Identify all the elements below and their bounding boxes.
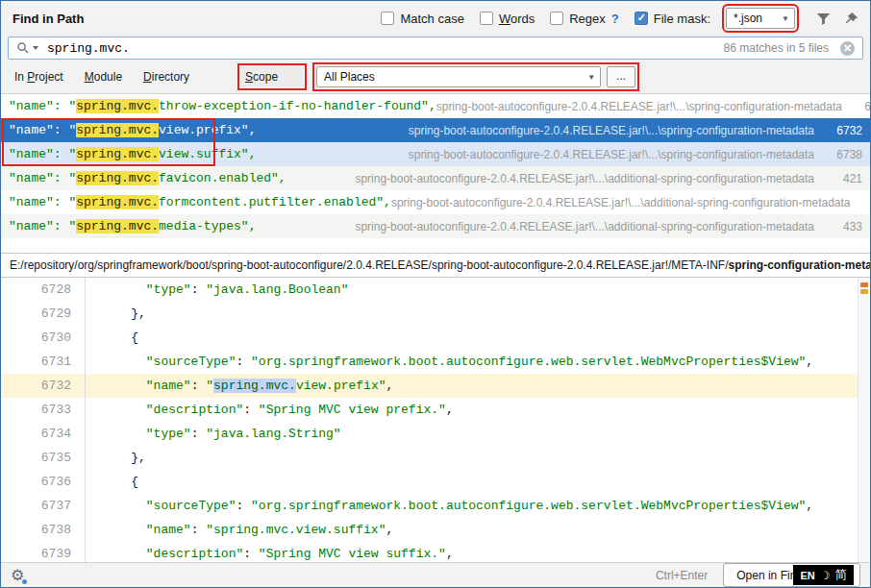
search-history-button[interactable] — [16, 41, 38, 55]
match-highlight: spring.mvc. — [76, 123, 159, 137]
editor-preview[interactable]: 6728 "type": "java.lang.Boolean"6729 },6… — [1, 278, 870, 562]
ime-mode-label: EN — [800, 570, 814, 581]
line-number: 6730 — [1, 326, 86, 350]
code-text[interactable]: "name": "spring.mvc.view.prefix", — [86, 374, 393, 398]
result-row[interactable]: "name": "spring.mvc.view.prefix",spring-… — [1, 118, 870, 142]
file-mask-label: File mask: — [654, 12, 710, 26]
scope-tab[interactable]: Scope — [241, 67, 303, 86]
code-text[interactable]: "type": "java.lang.String" — [86, 422, 341, 446]
words-label: Words — [499, 12, 535, 26]
ime-indicator[interactable]: EN ☽ 简 — [793, 565, 854, 585]
code-text[interactable]: "name": "spring.mvc.view.suffix", — [86, 518, 393, 542]
line-number: 6739 — [1, 542, 86, 562]
error-stripe-mark[interactable] — [860, 289, 868, 294]
result-file-path: spring-boot-autoconfigure-2.0.4.RELEASE.… — [409, 148, 814, 161]
code-text[interactable]: "description": "Spring MVC view suffix."… — [86, 542, 454, 562]
file-mask-checkbox[interactable]: File mask: — [635, 12, 710, 26]
result-row[interactable]: "name": "spring.mvc.throw-exception-if-n… — [1, 94, 870, 118]
result-text: "name": "spring.mvc.formcontent.putfilte… — [9, 195, 391, 209]
error-stripe-mark[interactable] — [860, 282, 868, 287]
search-icon — [16, 41, 30, 55]
editor-line: 6736 { — [1, 470, 870, 494]
filter-icon[interactable] — [816, 12, 831, 26]
editor-line: 6729 }, — [1, 302, 870, 326]
file-mask-combo[interactable]: *.json ▼ — [726, 8, 795, 29]
editor-lines: 6728 "type": "java.lang.Boolean"6729 },6… — [1, 278, 870, 562]
line-number: 6736 — [1, 470, 86, 494]
result-text: "name": "spring.mvc.throw-exception-if-n… — [9, 99, 436, 113]
search-options: Match case Words Regex ? File mask: *.js… — [381, 8, 859, 29]
scope-module[interactable]: Module — [85, 70, 122, 84]
results-list: "name": "spring.mvc.throw-exception-if-n… — [1, 93, 870, 254]
preview-file-path: E:/repository/org/springframework/boot/s… — [1, 253, 870, 278]
result-row[interactable]: "name": "spring.mvc.media-types",spring-… — [1, 214, 870, 238]
search-input[interactable]: spring.mvc. 86 matches in 5 files ✕ — [8, 37, 863, 60]
file-mask-box[interactable] — [635, 12, 648, 25]
result-line-number: 427 — [857, 196, 871, 209]
code-text[interactable]: }, — [86, 302, 146, 326]
code-text[interactable]: { — [86, 326, 138, 350]
regex-help-icon[interactable]: ? — [611, 12, 619, 26]
result-text: "name": "spring.mvc.view.suffix", — [9, 147, 256, 161]
result-row[interactable]: "name": "spring.mvc.favicon.enabled",spr… — [1, 166, 870, 190]
result-text: "name": "spring.mvc.view.prefix", — [9, 123, 256, 137]
chevron-down-icon: ▼ — [587, 73, 595, 82]
match-count: 86 matches in 5 files — [724, 41, 829, 55]
chevron-down-icon — [33, 46, 38, 50]
result-row[interactable]: "name": "spring.mvc.view.suffix",spring-… — [1, 142, 870, 166]
editor-line: 6732 "name": "spring.mvc.view.prefix", — [1, 374, 870, 398]
code-text[interactable]: "type": "java.lang.Boolean" — [86, 278, 348, 302]
words-checkbox[interactable]: Words — [480, 12, 535, 26]
result-file-path: spring-boot-autoconfigure-2.0.4.RELEASE.… — [355, 220, 814, 233]
scope-more-button[interactable]: ... — [607, 66, 635, 87]
editor-line: 6737 "sourceType": "org.springframework.… — [1, 494, 870, 518]
scope-select[interactable]: All Places ▼ — [316, 66, 601, 87]
line-number: 6734 — [1, 422, 86, 446]
code-text[interactable]: "description": "Spring MVC view prefix."… — [86, 398, 454, 422]
line-number: 6728 — [1, 278, 86, 302]
result-file-path: spring-boot-autoconfigure-2.0.4.RELEASE.… — [409, 124, 814, 137]
pin-icon[interactable] — [844, 12, 859, 26]
match-case-checkbox[interactable]: Match case — [381, 12, 463, 26]
regex-label: Regex — [569, 12, 606, 26]
file-mask-value: *.json — [734, 12, 762, 25]
settings-gear-icon[interactable]: ⚙ — [11, 568, 24, 583]
result-text: "name": "spring.mvc.media-types", — [9, 219, 256, 233]
code-text[interactable]: }, — [86, 446, 146, 470]
scope-in-project[interactable]: In Project — [14, 70, 63, 84]
result-file-path: spring-boot-autoconfigure-2.0.4.RELEASE.… — [436, 100, 842, 113]
clear-search-icon[interactable]: ✕ — [840, 41, 855, 56]
regex-box[interactable] — [550, 12, 563, 25]
editor-line: 6734 "type": "java.lang.String" — [1, 422, 870, 446]
moon-icon: ☽ — [820, 569, 831, 582]
editor-line: 6739 "description": "Spring MVC view suf… — [1, 542, 870, 562]
match-highlight: spring.mvc. — [76, 195, 159, 209]
code-text[interactable]: { — [86, 470, 138, 494]
editor-line: 6735 }, — [1, 446, 870, 470]
scope-bar: In Project Module Directory Scope All Pl… — [1, 61, 870, 93]
editor-scrollbar[interactable] — [858, 278, 870, 562]
line-number: 6735 — [1, 446, 86, 470]
line-number: 6733 — [1, 398, 86, 422]
editor-line: 6731 "sourceType": "org.springframework.… — [1, 350, 870, 374]
line-number: 6738 — [1, 518, 86, 542]
match-highlight: spring.mvc. — [76, 99, 159, 113]
match-case-box[interactable] — [381, 12, 394, 25]
line-number: 6737 — [1, 494, 86, 518]
result-file-path: spring-boot-autoconfigure-2.0.4.RELEASE.… — [391, 196, 851, 209]
result-file-path: spring-boot-autoconfigure-2.0.4.RELEASE.… — [355, 172, 814, 185]
words-box[interactable] — [480, 12, 493, 25]
code-text[interactable]: "sourceType": "org.springframework.boot.… — [86, 494, 813, 518]
ime-lang-label: 简 — [835, 567, 847, 583]
regex-checkbox[interactable]: Regex ? — [550, 12, 619, 26]
match-highlight: spring.mvc. — [76, 171, 159, 185]
scope-directory[interactable]: Directory — [143, 70, 189, 84]
dialog-header: Find in Path Match case Words Regex ? Fi… — [1, 1, 870, 36]
search-row: spring.mvc. 86 matches in 5 files ✕ — [1, 36, 870, 61]
result-row[interactable]: "name": "spring.mvc.formcontent.putfilte… — [1, 190, 870, 214]
gear-badge-dot — [22, 579, 27, 584]
line-number: 6732 — [1, 374, 86, 398]
header-tools — [816, 12, 859, 26]
file-path-bold: spring-configuration-metada — [728, 258, 870, 272]
code-text[interactable]: "sourceType": "org.springframework.boot.… — [86, 350, 813, 374]
